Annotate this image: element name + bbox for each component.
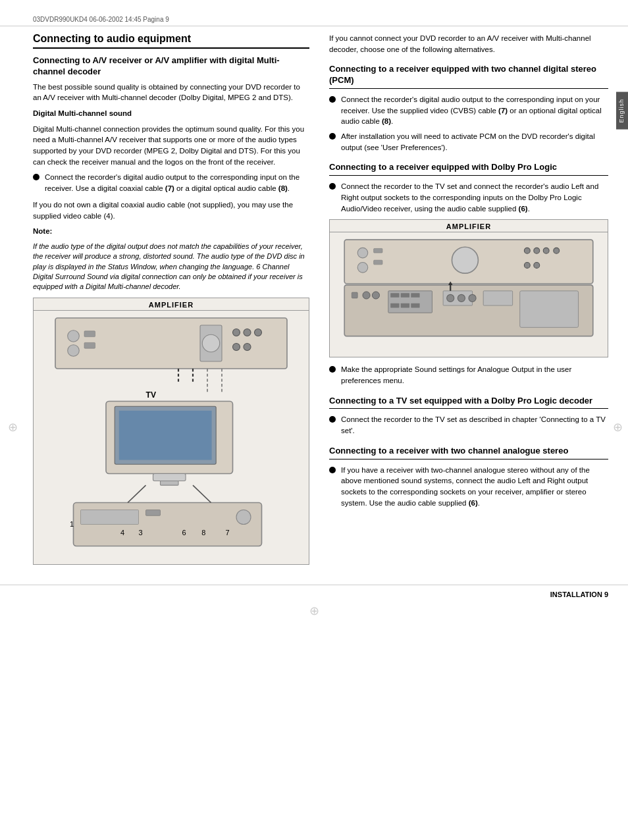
svg-text:8: 8 [201,529,205,537]
svg-point-45 [534,263,540,269]
section2-after-bullets: Make the appropriate Sound settings for … [329,364,608,386]
svg-point-35 [357,248,368,259]
section1-bullet-2: After installation you will need to acti… [329,131,608,153]
main-heading: Connecting to audio equipment [33,33,309,49]
svg-point-41 [534,248,540,254]
svg-rect-55 [401,303,409,308]
svg-rect-4 [84,342,95,348]
left-diagram: AMPLIFIER [33,298,309,565]
left-column: Connecting to audio equipment Connecting… [33,33,309,571]
section3-bullet-text-1: Connect the recorder to the TV set as de… [341,414,608,436]
left-diagram-label: AMPLIFIER [34,298,309,311]
section2-bullet-text-1: Connect the recorder to the TV set and c… [341,181,608,214]
note-italic: If the audio type of the digital output … [33,242,309,292]
section4-heading: Connecting to a receiver with two channe… [329,446,608,459]
svg-point-48 [363,292,370,299]
svg-rect-53 [411,294,419,298]
section3-bullets: Connect the recorder to the TV set as de… [329,414,608,436]
svg-point-49 [372,292,379,299]
svg-point-25 [236,510,251,524]
footer-bar: INSTALLATION 9 [0,585,628,601]
svg-rect-65 [520,291,579,328]
section4-bullet-1: If you have a receiver with two-channel … [329,465,608,509]
svg-rect-24 [146,510,161,515]
bullet-dot-s2-after [329,366,336,373]
svg-point-6 [244,328,251,336]
svg-rect-3 [84,331,95,337]
section3-heading: Connecting to a TV set equipped with a D… [329,396,608,409]
right-diagram-label: AMPLIFIER [330,220,608,232]
section2-bullets: Connect the recorder to the TV set and c… [329,181,608,214]
svg-text:7: 7 [226,529,230,537]
svg-rect-51 [390,294,399,298]
section1-bullet-text-1: Connect the recorder's digital audio out… [341,94,608,127]
right-intro-para: If you cannot connect your DVD recorder … [329,33,608,55]
section2-after-bullet-text: Make the appropriate Sound settings for … [341,364,608,386]
svg-text:TV: TV [146,390,156,400]
svg-point-11 [202,334,219,352]
svg-text:3: 3 [139,529,143,537]
svg-point-59 [458,295,465,302]
section4-bullets: If you have a receiver with two-channel … [329,465,608,509]
svg-rect-20 [153,473,186,481]
svg-rect-54 [390,303,399,308]
header-bar: 03DVDR990UKD4 06-06-2002 14:45 Pagina 9 [0,13,628,26]
svg-rect-56 [411,303,419,308]
svg-rect-19 [119,411,212,460]
digital-heading: Digital Multi-channel sound [33,108,309,119]
bullet-dot-s4-1 [329,467,336,473]
svg-point-39 [452,248,478,274]
bullet-dot-s3-1 [329,416,336,423]
svg-text:6: 6 [182,529,186,537]
note-heading: Note: [33,226,309,237]
section1-heading: Connecting to a receiver equipped with t… [329,64,608,89]
lang-tab: English [616,92,628,130]
svg-line-27 [193,485,211,502]
right-diagram-svg [330,232,608,357]
section2-after-bullet: Make the appropriate Sound settings for … [329,364,608,386]
section1-bullet-1: Connect the recorder's digital audio out… [329,94,608,127]
svg-point-9 [244,343,251,350]
intro-para: The best possible sound quality is obtai… [33,82,309,103]
svg-text:4: 4 [120,529,124,537]
svg-rect-52 [401,294,409,298]
bullet-dot-s1-1 [329,96,336,103]
left-bullet-list: Connect the recorder's digital audio out… [33,172,309,194]
sub-heading: Connecting to A/V receiver or A/V amplif… [33,55,309,78]
svg-rect-61 [483,291,512,305]
footer-right: INSTALLATION 9 [550,591,608,598]
svg-point-58 [447,295,454,302]
svg-line-26 [128,485,146,502]
svg-rect-21 [161,481,179,485]
page-wrapper: ⊕ ⊕ 03DVDR990UKD4 06-06-2002 14:45 Pagin… [0,0,628,840]
bullet-dot-s1-2 [329,133,336,140]
section3-bullet-1: Connect the recorder to the TV set as de… [329,414,608,436]
right-diagram: AMPLIFIER [329,219,608,357]
coaxial-note: If you do not own a digital coaxial audi… [33,199,309,221]
svg-point-5 [233,328,240,336]
header-text: 03DVDR990UKD4 06-06-2002 14:45 Pagina 9 [33,16,169,23]
svg-rect-23 [81,510,139,524]
bullet-dot [33,174,39,180]
svg-point-60 [469,295,476,302]
svg-rect-47 [352,292,357,298]
section4-bullet-text-1: If you have a receiver with two-channel … [341,465,608,509]
svg-point-7 [255,328,262,336]
digital-para: Digital Multi-channel connection provide… [33,124,309,168]
left-diagram-content: TV [34,311,309,564]
svg-point-44 [524,263,530,269]
section2-bullet-1: Connect the recorder to the TV set and c… [329,181,608,214]
svg-point-36 [357,263,368,273]
svg-point-2 [68,344,80,356]
svg-rect-38 [374,261,382,265]
svg-point-43 [554,248,560,254]
svg-point-40 [524,248,530,254]
svg-point-8 [233,343,240,350]
svg-text:1: 1 [70,520,74,528]
reg-mark-bottom: ⊕ [0,604,628,618]
left-bullet-text-1: Connect the recorder's digital audio out… [45,172,309,194]
svg-point-42 [543,248,549,254]
right-diagram-content [330,232,608,357]
section1-bullets: Connect the recorder's digital audio out… [329,94,608,153]
right-column: If you cannot connect your DVD recorder … [329,33,608,571]
